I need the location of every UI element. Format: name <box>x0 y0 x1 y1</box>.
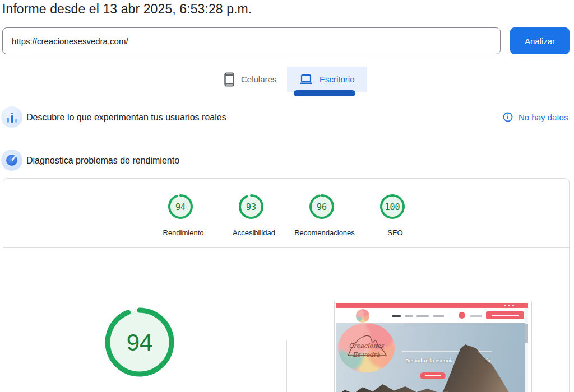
preview-logo-icon <box>356 309 369 323</box>
svg-text:94: 94 <box>175 202 186 212</box>
preview-logo-line2: Es vedrà <box>338 351 395 358</box>
tab-desktop-label: Escritorio <box>320 74 355 84</box>
vertical-divider <box>286 340 287 392</box>
report-card: 94 Rendimiento 93 Accesibilidad 96 Recom… <box>3 178 570 392</box>
svg-text:96: 96 <box>317 202 327 212</box>
svg-text:94: 94 <box>127 329 153 356</box>
score-gauge-accessibility[interactable]: 93 <box>238 194 264 220</box>
laptop-icon <box>299 74 313 85</box>
preview-announcement-bar <box>336 303 528 308</box>
performance-main-gauge: 94 <box>103 306 176 379</box>
preview-search-icon <box>459 312 465 319</box>
preview-scrollbar <box>525 308 528 392</box>
preview-hero: Creaciones Es vedrà Descubre la esencia … <box>336 323 525 392</box>
preview-cart-button <box>486 311 524 319</box>
no-data-label: No hay datos <box>519 113 568 122</box>
tab-mobile-label: Celulares <box>241 74 276 84</box>
preview-hero-logo: Creaciones Es vedrà <box>338 323 395 372</box>
svg-text:100: 100 <box>385 202 400 212</box>
crux-users-icon <box>1 106 22 128</box>
preview-cta-button <box>420 372 446 379</box>
site-preview-content: Creaciones Es vedrà Descubre la esencia … <box>336 302 528 392</box>
score-label-seo: SEO <box>353 228 437 237</box>
site-preview-thumbnail[interactable]: Creaciones Es vedrà Descubre la esencia … <box>334 301 532 392</box>
tab-mobile[interactable]: Celulares <box>212 67 289 92</box>
score-gauge-best-practices[interactable]: 96 <box>309 194 335 220</box>
preview-logo-line1: Creaciones <box>338 342 395 349</box>
card-divider <box>3 247 569 248</box>
svg-text:93: 93 <box>246 202 256 212</box>
pagespeed-report-page: Informe desde el 13 abr 2025, 6:53:28 p.… <box>0 0 574 392</box>
score-gauge-performance[interactable]: 94 <box>168 194 193 220</box>
info-icon <box>503 112 513 122</box>
smartphone-icon <box>224 72 234 87</box>
url-input[interactable] <box>2 27 501 54</box>
score-gauge-seo[interactable]: 100 <box>379 194 405 220</box>
active-tab-indicator <box>294 90 355 96</box>
tab-desktop[interactable]: Escritorio <box>287 67 367 92</box>
field-data-title: Descubre lo que experimentan tus usuario… <box>26 113 226 123</box>
no-data-link[interactable]: No hay datos <box>503 112 568 122</box>
page-title: Informe desde el 13 abr 2025, 6:53:28 p.… <box>2 2 252 17</box>
analyze-button[interactable]: Analizar <box>510 27 570 54</box>
preview-navbar <box>336 308 528 323</box>
lab-data-title: Diagnostica problemas de rendimiento <box>26 156 179 166</box>
lighthouse-gauge-icon <box>1 150 22 171</box>
preview-account-placeholder <box>470 315 482 317</box>
